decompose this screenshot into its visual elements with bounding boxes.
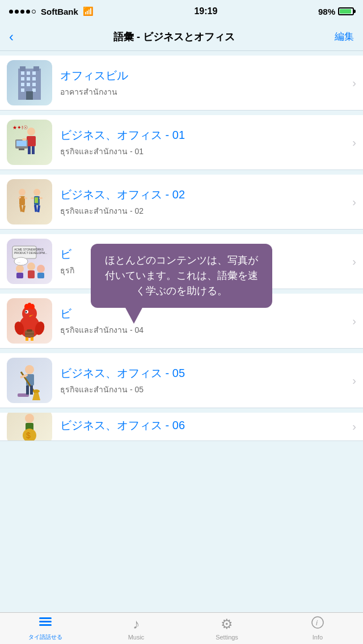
chevron-icon: › bbox=[352, 420, 356, 433]
nav-bar: ‹ 語彙 - ビジネスとオフィス 編集 bbox=[0, 23, 363, 51]
svg-rect-33 bbox=[39, 197, 43, 199]
item-title: オフィスビル bbox=[60, 68, 348, 83]
settings-icon: ⚙ bbox=[221, 616, 233, 632]
list-item[interactable]: ビジネス、オフィス - 02 ธุรกิจและสำนักงาน - 02 › bbox=[0, 175, 363, 230]
chevron-icon: › bbox=[352, 255, 356, 268]
svg-rect-36 bbox=[35, 197, 38, 203]
svg-rect-18 bbox=[16, 141, 27, 146]
svg-rect-61 bbox=[26, 337, 28, 341]
svg-rect-2 bbox=[33, 66, 39, 71]
svg-point-78 bbox=[312, 617, 323, 628]
svg-rect-5 bbox=[32, 71, 36, 75]
svg-rect-10 bbox=[27, 83, 30, 86]
svg-rect-16 bbox=[27, 136, 36, 146]
item-subtitle: ธุรกิจและสำนักงาน - 02 bbox=[60, 205, 348, 217]
dot3 bbox=[20, 10, 24, 14]
svg-rect-9 bbox=[21, 83, 24, 86]
item-text: ビ ธุรกิจและสำนักงาน - 04 bbox=[60, 306, 348, 336]
svg-rect-35 bbox=[37, 205, 40, 212]
svg-text:...: ... bbox=[18, 260, 20, 264]
svg-rect-34 bbox=[34, 205, 37, 211]
svg-rect-1 bbox=[20, 66, 26, 71]
svg-point-24 bbox=[19, 189, 26, 196]
svg-rect-6 bbox=[21, 77, 24, 80]
svg-point-52 bbox=[26, 311, 27, 313]
svg-rect-12 bbox=[21, 88, 24, 92]
business04-svg bbox=[10, 301, 49, 341]
item-title: ビ bbox=[60, 306, 348, 321]
svg-text:$: $ bbox=[26, 431, 31, 440]
item-title: ビジネス、オフィス - 06 bbox=[60, 418, 348, 433]
item-image: ACME STONEWORKS PRODUCT DEVELOPM... ... bbox=[7, 239, 52, 284]
tab-settings[interactable]: ⚙ Settings bbox=[182, 613, 272, 644]
item-image bbox=[7, 298, 52, 344]
tab-bar: タイ語話せる ♪ Music ⚙ Settings i Info bbox=[0, 612, 363, 644]
item-image bbox=[7, 358, 52, 403]
status-left: SoftBank 📶 bbox=[9, 6, 94, 16]
svg-rect-20 bbox=[28, 146, 31, 154]
divider bbox=[0, 230, 363, 234]
divider bbox=[0, 111, 363, 115]
nav-title: 語彙 - ビジネスとオフィス bbox=[113, 30, 235, 44]
dot2 bbox=[15, 10, 19, 14]
svg-rect-69 bbox=[26, 385, 29, 395]
list-item[interactable]: ★✦!☉ ビジネス、オフィス - 01 ธุรกิจและสำนักงาน - … bbox=[0, 115, 363, 170]
svg-rect-76 bbox=[39, 621, 52, 622]
tab-settings-label: Settings bbox=[216, 634, 238, 641]
list-item[interactable]: $ ビジネス、オフィス - 06 › bbox=[0, 413, 363, 441]
svg-text:i: i bbox=[316, 618, 318, 627]
battery-icon bbox=[338, 7, 354, 15]
battery-fill bbox=[340, 9, 351, 14]
dot5 bbox=[32, 10, 36, 14]
chevron-icon: › bbox=[352, 77, 356, 90]
tooltip-arrow bbox=[125, 307, 143, 324]
svg-point-55 bbox=[30, 304, 35, 310]
dot4 bbox=[26, 10, 30, 14]
item-image bbox=[7, 60, 52, 105]
svg-point-42 bbox=[27, 262, 35, 270]
svg-rect-8 bbox=[32, 77, 36, 80]
svg-point-71 bbox=[25, 414, 34, 423]
svg-rect-77 bbox=[39, 624, 52, 626]
svg-point-40 bbox=[16, 265, 24, 273]
divider bbox=[0, 170, 363, 175]
tab-info-label: Info bbox=[313, 634, 323, 641]
business02-svg bbox=[10, 182, 49, 222]
svg-point-63 bbox=[25, 365, 34, 374]
divider bbox=[0, 51, 363, 56]
tab-info[interactable]: i Info bbox=[272, 613, 363, 644]
tooltip-text: ほとんどのコンテンツは、写真が付いています。これは、語彙を速く学ぶのを助ける。 bbox=[105, 255, 258, 296]
item-image: $ bbox=[7, 413, 52, 441]
svg-rect-43 bbox=[28, 270, 35, 278]
list-item[interactable]: オフィスビル อาคารสำนักงาน › bbox=[0, 56, 363, 111]
business01-svg: ★✦!☉ bbox=[10, 122, 49, 162]
list-item[interactable]: ビジネス、オフィス - 05 ธุรกิจและสำนักงาน - 05 › bbox=[0, 353, 363, 408]
svg-point-30 bbox=[33, 189, 40, 196]
divider bbox=[0, 349, 363, 353]
svg-rect-32 bbox=[31, 197, 34, 199]
tooltip: ほとんどのコンテンツは、写真が付いています。これは、語彙を速く学ぶのを助ける。 bbox=[91, 244, 272, 308]
item-image: ★✦!☉ bbox=[7, 120, 52, 165]
chevron-icon: › bbox=[352, 196, 356, 209]
item-subtitle: ธุรกิจและสำนักงาน - 04 bbox=[60, 324, 348, 336]
chevron-icon: › bbox=[352, 315, 356, 328]
tab-vocab[interactable]: タイ語話せる bbox=[0, 613, 91, 644]
battery-percent: 98% bbox=[318, 7, 335, 16]
tab-music[interactable]: ♪ Music bbox=[91, 613, 182, 644]
divider bbox=[0, 408, 363, 413]
signal-dots bbox=[9, 10, 36, 14]
music-icon: ♪ bbox=[133, 616, 140, 632]
carrier-label: SoftBank bbox=[41, 7, 78, 16]
business06-svg: $ bbox=[10, 413, 49, 441]
item-subtitle: ธุรกิจและสำนักงาน - 05 bbox=[60, 383, 348, 396]
back-button[interactable]: ‹ bbox=[9, 29, 14, 45]
svg-text:★✦!☉: ★✦!☉ bbox=[12, 125, 28, 130]
item-text: ビジネス、オフィス - 06 bbox=[60, 418, 348, 435]
edit-button[interactable]: 編集 bbox=[335, 30, 354, 43]
status-right: 98% bbox=[318, 7, 354, 16]
item-image bbox=[7, 179, 52, 224]
business03-svg: ACME STONEWORKS PRODUCT DEVELOPM... ... bbox=[10, 242, 49, 281]
vocab-icon bbox=[38, 616, 53, 632]
svg-rect-29 bbox=[22, 205, 26, 213]
svg-rect-75 bbox=[39, 617, 52, 619]
